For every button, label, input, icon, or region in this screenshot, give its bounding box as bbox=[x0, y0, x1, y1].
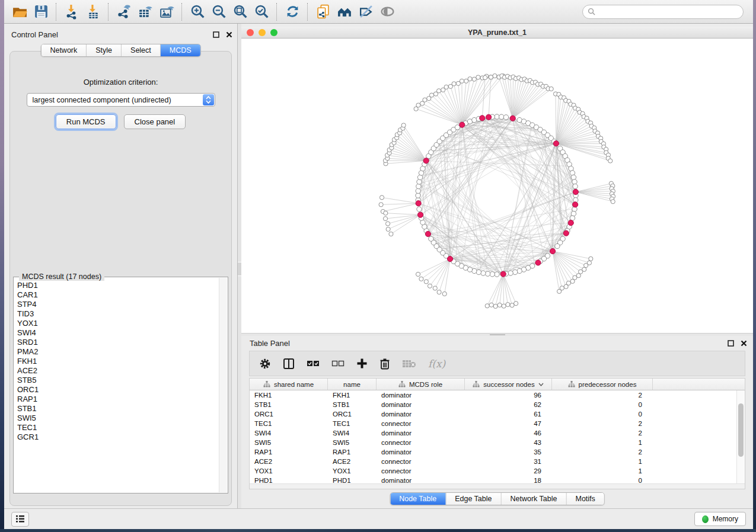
mcds-node[interactable] bbox=[425, 231, 430, 236]
mcds-node-item[interactable]: STB1 bbox=[17, 404, 218, 414]
column-header-predecessor-nodes[interactable]: predecessor nodes bbox=[552, 379, 653, 390]
deselect-all-rows-button[interactable] bbox=[331, 360, 344, 368]
table-row[interactable]: RAP1RAP1dominator352 bbox=[250, 447, 745, 457]
table-row[interactable]: SWI4SWI4dominator462 bbox=[250, 428, 745, 438]
birdseye-view-button[interactable] bbox=[334, 2, 355, 22]
table-row[interactable]: FKH1FKH1dominator962 bbox=[250, 390, 745, 400]
window-minimize-button[interactable] bbox=[259, 29, 266, 36]
mcds-node-item[interactable]: STP4 bbox=[17, 300, 218, 309]
delete-column-button[interactable] bbox=[379, 358, 390, 370]
network-canvas[interactable] bbox=[241, 39, 753, 333]
mcds-node-item[interactable]: GCR1 bbox=[17, 432, 218, 442]
zoom-fit-button[interactable] bbox=[229, 2, 251, 22]
column-header-shared-name[interactable]: shared name bbox=[250, 379, 328, 390]
function-builder-button[interactable]: f(x) bbox=[428, 358, 445, 370]
window-zoom-button[interactable] bbox=[270, 29, 277, 36]
mcds-node[interactable] bbox=[550, 248, 555, 254]
mcds-node[interactable] bbox=[447, 256, 452, 261]
close-panel-button[interactable]: Close panel bbox=[124, 114, 186, 129]
add-column-button[interactable] bbox=[356, 358, 368, 369]
mcds-node-item[interactable]: PHD1 bbox=[17, 281, 218, 290]
console-button[interactable] bbox=[11, 512, 29, 527]
table-row[interactable]: ORC1ORC1dominator610 bbox=[250, 409, 745, 419]
export-network-button[interactable] bbox=[113, 2, 135, 22]
select-all-rows-button[interactable] bbox=[307, 360, 320, 368]
tab-style[interactable]: Style bbox=[86, 44, 121, 56]
table-row[interactable]: PHD1PHD1dominator180 bbox=[250, 476, 745, 483]
delete-table-button[interactable] bbox=[402, 359, 416, 368]
network-graph[interactable] bbox=[241, 39, 753, 333]
mcds-node[interactable] bbox=[553, 141, 559, 146]
mcds-node[interactable] bbox=[573, 202, 578, 207]
control-panel-float-button[interactable] bbox=[213, 31, 219, 38]
mcds-node[interactable] bbox=[416, 201, 421, 206]
clone-network-button[interactable] bbox=[312, 2, 334, 22]
mcds-node-item[interactable]: TID3 bbox=[17, 309, 218, 319]
tab-motifs[interactable]: Motifs bbox=[566, 493, 604, 505]
search-field[interactable] bbox=[582, 5, 744, 19]
mcds-node[interactable] bbox=[535, 260, 541, 265]
table-row[interactable]: TEC1TEC1connector472 bbox=[250, 419, 745, 428]
mcds-node[interactable] bbox=[573, 189, 578, 194]
export-image-button[interactable] bbox=[156, 2, 177, 22]
open-file-button[interactable] bbox=[9, 2, 30, 22]
tab-edge-table[interactable]: Edge Table bbox=[445, 493, 500, 505]
network-window-titlebar[interactable]: YPA_prune.txt_1 bbox=[241, 27, 753, 39]
tab-select[interactable]: Select bbox=[121, 44, 160, 56]
mcds-node[interactable] bbox=[423, 158, 429, 164]
table-row[interactable]: STB1STB1dominator620 bbox=[250, 400, 745, 409]
mcds-result-list[interactable]: PHD1CAR1STP4TID3YOX1SWI4SRD1PMA2FKH1ACE2… bbox=[17, 281, 218, 491]
table-row[interactable]: SWI5SWI5connector431 bbox=[250, 438, 745, 447]
mcds-node-item[interactable]: SRD1 bbox=[17, 338, 218, 347]
show-columns-button[interactable] bbox=[283, 358, 295, 370]
mcds-node[interactable] bbox=[480, 116, 485, 121]
tab-mcds[interactable]: MCDS bbox=[160, 44, 200, 56]
mcds-node-item[interactable]: CAR1 bbox=[17, 290, 218, 300]
column-header-MCDS-role[interactable]: MCDS role bbox=[377, 379, 465, 390]
search-input[interactable] bbox=[598, 7, 738, 17]
mcds-node-item[interactable]: ACE2 bbox=[17, 366, 218, 376]
mcds-node-item[interactable]: TEC1 bbox=[17, 423, 218, 432]
mcds-node-item[interactable]: SWI5 bbox=[17, 414, 218, 423]
table-horizontal-scrollbar[interactable] bbox=[250, 483, 745, 489]
mcds-node[interactable] bbox=[500, 271, 506, 277]
mcds-node-item[interactable]: PMA2 bbox=[17, 347, 218, 357]
splitter-handle[interactable] bbox=[490, 334, 505, 335]
window-close-button[interactable] bbox=[247, 29, 254, 36]
mcds-node[interactable] bbox=[510, 116, 515, 121]
tab-network[interactable]: Network bbox=[41, 44, 86, 56]
mcds-node-item[interactable]: RAP1 bbox=[17, 395, 218, 404]
table-row[interactable]: ACE2ACE2connector311 bbox=[250, 457, 745, 466]
memory-button[interactable]: Memory bbox=[694, 512, 746, 526]
save-session-button[interactable] bbox=[30, 2, 52, 22]
column-header-name[interactable]: name bbox=[328, 379, 377, 390]
scrollbar-thumb[interactable] bbox=[738, 403, 744, 457]
mcds-list-scrollbar[interactable] bbox=[219, 278, 227, 492]
import-network-button[interactable] bbox=[61, 2, 82, 22]
table-panel-float-button[interactable] bbox=[728, 340, 734, 347]
mcds-node[interactable] bbox=[486, 114, 491, 120]
mcds-node-item[interactable]: FKH1 bbox=[17, 357, 218, 366]
import-table-button[interactable] bbox=[82, 2, 104, 22]
tab-network-table[interactable]: Network Table bbox=[501, 493, 566, 505]
mcds-node[interactable] bbox=[460, 122, 465, 127]
export-table-button[interactable] bbox=[135, 2, 156, 22]
table-settings-button[interactable] bbox=[259, 358, 271, 370]
mcds-node-item[interactable]: SWI4 bbox=[17, 328, 218, 338]
zoom-in-button[interactable] bbox=[187, 2, 208, 22]
table-vertical-scrollbar[interactable] bbox=[736, 390, 745, 483]
control-panel-close-button[interactable] bbox=[226, 31, 232, 38]
column-header-successor-nodes[interactable]: successor nodes bbox=[465, 379, 552, 390]
zoom-selected-button[interactable] bbox=[251, 2, 272, 22]
apply-layout-button[interactable] bbox=[282, 2, 303, 22]
mcds-node-item[interactable]: STB5 bbox=[17, 376, 218, 385]
mcds-node[interactable] bbox=[568, 220, 573, 226]
table-row[interactable]: YOX1YOX1connector291 bbox=[250, 466, 745, 476]
zoom-out-button[interactable] bbox=[208, 2, 229, 22]
mcds-node[interactable] bbox=[417, 212, 423, 217]
run-mcds-button[interactable]: Run MCDS bbox=[56, 114, 116, 129]
table-panel-close-button[interactable] bbox=[741, 340, 747, 347]
criterion-dropdown[interactable]: largest connected component (undirected) bbox=[27, 93, 215, 107]
show-hide-graphics-button[interactable] bbox=[377, 2, 398, 22]
tab-node-table[interactable]: Node Table bbox=[390, 493, 445, 505]
